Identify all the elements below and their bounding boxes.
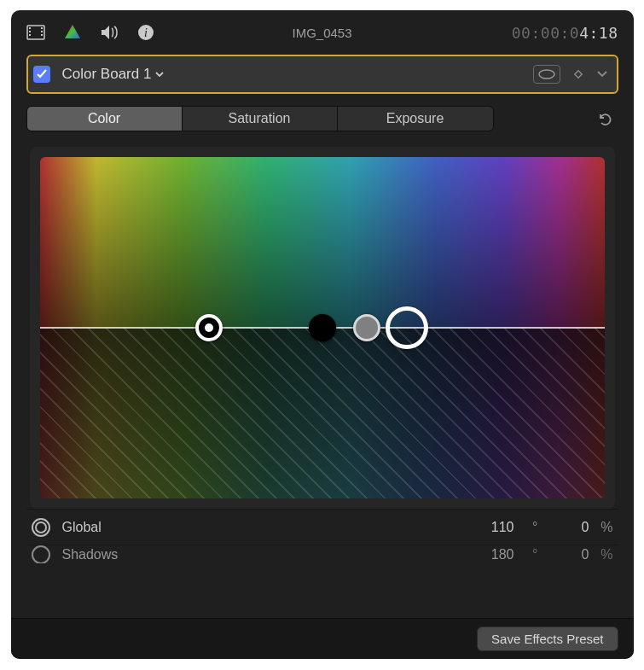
puck-midtones[interactable] bbox=[309, 314, 336, 341]
effect-disclosure[interactable] bbox=[596, 68, 608, 80]
pane-segmented-control: Color Saturation Exposure bbox=[26, 106, 494, 131]
shadows-swatch-icon[interactable] bbox=[32, 545, 50, 564]
tab-exposure[interactable]: Exposure bbox=[338, 107, 493, 131]
save-effects-preset-button[interactable]: Save Effects Preset bbox=[477, 626, 618, 651]
svg-point-10 bbox=[539, 70, 554, 79]
audio-icon[interactable] bbox=[100, 25, 119, 40]
color-inspector-icon[interactable] bbox=[64, 24, 81, 41]
puck-shadows[interactable] bbox=[195, 314, 223, 341]
degree-unit: ° bbox=[514, 547, 538, 562]
color-board[interactable] bbox=[40, 157, 605, 498]
shadows-hue-value[interactable]: 180 bbox=[463, 547, 514, 562]
svg-rect-2 bbox=[29, 31, 31, 32]
parameter-list: Global 110 ° 0 % Shadows 180 ° 0 % bbox=[26, 509, 618, 563]
footer-bar: Save Effects Preset bbox=[11, 618, 634, 659]
chevron-down-icon bbox=[154, 69, 165, 79]
svg-rect-6 bbox=[41, 34, 43, 36]
puck-highlights[interactable] bbox=[353, 314, 380, 341]
global-swatch-icon[interactable] bbox=[32, 518, 50, 537]
effect-enable-checkbox[interactable] bbox=[33, 66, 50, 83]
top-toolbar: IMG_0453 i 00:00:04:18 bbox=[11, 10, 634, 55]
video-icon[interactable] bbox=[26, 25, 45, 40]
mask-button[interactable] bbox=[533, 65, 560, 84]
chevron-down-icon bbox=[596, 68, 608, 80]
puck-global[interactable] bbox=[386, 306, 428, 349]
svg-marker-7 bbox=[65, 25, 80, 38]
svg-text:i: i bbox=[144, 26, 148, 39]
global-pct-value[interactable]: 0 bbox=[538, 520, 589, 535]
undo-arrow-icon bbox=[596, 110, 613, 127]
tab-color[interactable]: Color bbox=[27, 107, 183, 131]
effect-name-dropdown[interactable]: Color Board 1 bbox=[62, 66, 165, 83]
effect-header-row: Color Board 1 bbox=[26, 55, 618, 94]
tab-saturation[interactable]: Saturation bbox=[183, 107, 338, 131]
svg-rect-4 bbox=[41, 27, 43, 29]
param-row-shadows: Shadows 180 ° 0 % bbox=[26, 545, 618, 563]
keyframe-diamond-icon bbox=[572, 68, 584, 80]
reset-button[interactable] bbox=[591, 107, 618, 131]
color-board-container bbox=[30, 147, 615, 509]
percent-unit: % bbox=[589, 520, 613, 535]
timecode: 00:00:04:18 bbox=[512, 24, 618, 42]
degree-unit: ° bbox=[514, 520, 538, 535]
svg-rect-1 bbox=[29, 27, 31, 29]
keyframe-button[interactable] bbox=[572, 68, 584, 80]
svg-rect-5 bbox=[41, 31, 43, 32]
param-label: Shadows bbox=[62, 547, 463, 562]
param-label: Global bbox=[62, 520, 463, 535]
pane-tabs-row: Color Saturation Exposure bbox=[26, 106, 618, 131]
shadows-pct-value[interactable]: 0 bbox=[538, 547, 589, 562]
effect-name-label: Color Board 1 bbox=[62, 66, 152, 83]
global-hue-value[interactable]: 110 bbox=[463, 520, 514, 535]
svg-rect-3 bbox=[29, 34, 31, 36]
inspector-panel: IMG_0453 i 00:00:04:18 Color Board 1 bbox=[11, 10, 634, 659]
mask-icon bbox=[537, 68, 556, 80]
info-icon[interactable]: i bbox=[137, 24, 154, 41]
param-row-global: Global 110 ° 0 % bbox=[26, 509, 618, 545]
percent-unit: % bbox=[589, 547, 613, 562]
svg-rect-11 bbox=[574, 71, 581, 78]
